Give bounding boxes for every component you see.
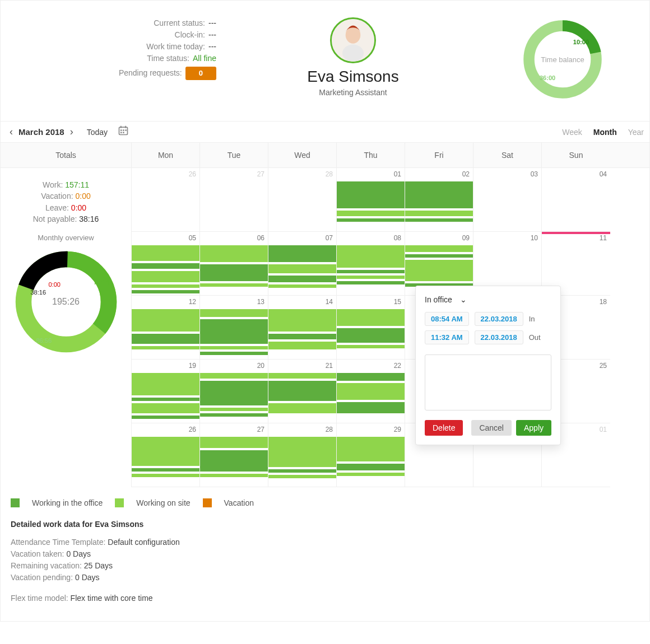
entry-type-dropdown[interactable]: In office ⌄ [425,295,551,304]
pending-badge[interactable]: 0 [185,67,216,80]
note-textarea[interactable] [425,354,551,410]
toolbar: ‹ March 2018 › Today Week Month Year [1,121,649,143]
day-header: Tue [200,143,268,167]
balance-label: Time balance [541,55,584,64]
day-cell[interactable]: 26 [132,423,200,487]
out-date-field[interactable]: 22.03.2018 [475,330,523,344]
legend-swatch-site [115,498,124,507]
person-block: Eva Simsons Marketing Assistant [216,17,490,101]
view-year[interactable]: Year [628,128,644,137]
today-button[interactable]: Today [87,128,108,137]
day-cell[interactable]: 15 [337,296,405,360]
out-time-field[interactable]: 11:32 AM [425,330,469,344]
status-block: Current status:---Clock-in:---Work time … [15,17,216,101]
svg-rect-9 [120,132,122,134]
day-cell[interactable]: 27 [200,423,268,487]
day-header: Wed [268,143,337,167]
totals-header: Totals [1,143,132,167]
legend-office: Working in the office [32,498,103,507]
day-cell[interactable]: 07 [268,232,337,296]
details-title: Detailed work data for Eva Simsons [11,520,639,529]
day-cell[interactable]: 29 [337,423,405,487]
prev-month-button[interactable]: ‹ [6,126,16,138]
day-cell[interactable]: 03 [473,168,542,232]
legend: Working in the office Working on site Va… [11,498,639,507]
balance-donut: Time balance 10:00 36:00 [490,17,635,101]
day-cell[interactable]: 14 [268,296,337,360]
totals-pane: Work: 157:11 Vacation: 0:00 Leave: 0:00 … [1,168,132,487]
legend-swatch-office [11,498,20,507]
delete-button[interactable]: Delete [425,420,463,436]
cancel-button[interactable]: Cancel [471,420,512,436]
day-cell[interactable]: 06 [200,232,268,296]
view-week[interactable]: Week [562,128,582,137]
svg-rect-7 [123,129,124,131]
person-role: Marketing Assistant [216,88,490,97]
person-name: Eva Simsons [216,68,490,86]
legend-vacation: Vacation [224,498,254,507]
in-date-field[interactable]: 22.03.2018 [475,312,523,326]
calendar-icon[interactable] [118,125,129,139]
balance-positive: 10:00 [573,39,589,45]
day-cell[interactable]: 12 [132,296,200,360]
legend-swatch-vacation [203,498,212,507]
next-month-button[interactable]: › [67,126,77,138]
calendar-header: Totals MonTueWed ThuFriSatSun [1,143,649,168]
day-cell[interactable]: 22 [337,360,405,423]
day-header: Thu [337,143,405,167]
time-entry-popup: In office ⌄ 08:54 AM 22.03.2018 In 11:32… [415,286,561,445]
svg-rect-5 [119,127,128,134]
day-cell[interactable]: 28 [268,423,337,487]
day-cell[interactable]: 27 [200,168,268,232]
calendar-body: Work: 157:11 Vacation: 0:00 Leave: 0:00 … [1,168,649,487]
day-cell[interactable]: 02 [405,168,473,232]
day-cell[interactable]: 01 [337,168,405,232]
day-cell[interactable]: 05 [132,232,200,296]
svg-rect-10 [123,132,124,134]
calendar-grid[interactable]: 2627280102030405060708091011121314151617… [132,168,649,487]
footer: Working in the office Working on site Va… [1,487,649,621]
header: Current status:---Clock-in:---Work time … [1,1,649,121]
apply-button[interactable]: Apply [516,420,551,436]
monthly-overview-label: Monthly overview [11,234,121,242]
monthly-overview-chart: 195:26 70:14 86:56 38:16 0:00 [13,249,119,355]
chevron-down-icon: ⌄ [460,295,467,304]
month-label: March 2018 [18,127,64,137]
day-header: Sun [542,143,610,167]
day-cell[interactable]: 19 [132,360,200,423]
out-label: Out [529,333,541,342]
day-cell[interactable]: 13 [200,296,268,360]
day-cell[interactable]: 26 [132,168,200,232]
day-cell[interactable]: 08 [337,232,405,296]
avatar [330,17,376,63]
in-time-field[interactable]: 08:54 AM [425,312,469,326]
day-cell[interactable]: 28 [268,168,337,232]
day-cell[interactable]: 21 [268,360,337,423]
day-header: Mon [132,143,200,167]
view-month[interactable]: Month [593,128,617,137]
pending-label: Pending requests: [119,67,182,79]
day-cell[interactable]: 04 [542,168,610,232]
day-cell[interactable]: 20 [200,360,268,423]
day-header: Sat [473,143,542,167]
legend-site: Working on site [136,498,190,507]
svg-rect-6 [120,129,122,131]
in-label: In [529,315,535,323]
day-header: Fri [405,143,473,167]
svg-rect-8 [125,129,127,131]
balance-remaining: 36:00 [540,74,555,81]
svg-point-2 [342,45,364,62]
